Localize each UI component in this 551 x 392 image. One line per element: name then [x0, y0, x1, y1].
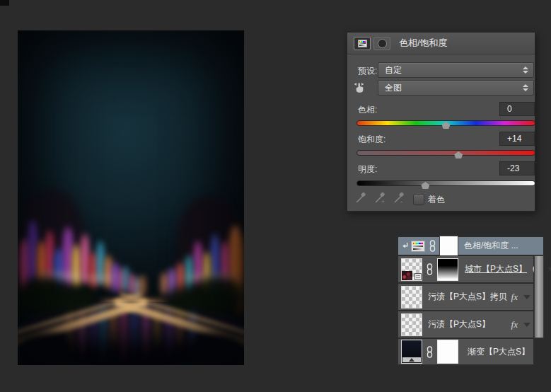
photo-blob [191, 333, 244, 365]
photo-blob [129, 273, 134, 296]
hand-pointer-icon [353, 79, 370, 96]
effects-expander-icon[interactable] [547, 267, 551, 272]
corner-artifact [0, 0, 9, 6]
colorize-checkbox[interactable] [413, 194, 424, 205]
layer-name: 渐变【P大点S】 [468, 346, 530, 358]
photo-blob [84, 275, 114, 282]
adjustment-bars-icon [358, 40, 367, 47]
effects-expander-icon[interactable] [523, 295, 530, 299]
layer-name: 污渍【P大点S】 [428, 318, 509, 330]
dropdown-arrows-icon [523, 84, 528, 91]
lightness-gradient-track [356, 180, 535, 186]
layer-thumbnail[interactable] [401, 258, 422, 281]
panel-title: 色相/饱和度 [399, 37, 448, 50]
layer-effects-fx-badge[interactable]: fx [511, 292, 518, 303]
photoshop-workspace: 色相/饱和度 预设: 自定 全图 色相: 0 饱和度: +14 [0, 0, 551, 392]
photo-blob [105, 255, 112, 289]
layer-thumbnail[interactable] [401, 340, 422, 364]
colorize-label: 着色 [428, 194, 445, 206]
clip-circle-glyph [378, 39, 387, 48]
layer-name: 城市【P大点S】 [465, 263, 527, 275]
layer-name: 色相/饱和度 ... [464, 240, 518, 252]
layer-thumbnail[interactable] [401, 286, 422, 309]
eyedropper-plus-icon[interactable]: + [373, 192, 386, 204]
layer-row-stain[interactable]: 污渍【P大点S】 fx [398, 311, 534, 338]
hue-saturation-properties-panel: 色相/饱和度 预设: 自定 全图 色相: 0 饱和度: +14 [347, 32, 535, 212]
link-mask-icon [429, 240, 436, 252]
photo-blob [123, 266, 129, 292]
photo-blob [28, 220, 37, 285]
svg-text:+: + [381, 198, 385, 204]
link-mask-icon [427, 263, 433, 275]
saturation-label: 饱和度: [358, 134, 385, 146]
preset-dropdown[interactable]: 自定 [378, 62, 534, 78]
eyedropper-group: + - [354, 192, 405, 204]
saturation-slider[interactable] [356, 148, 535, 159]
preset-value: 自定 [385, 64, 402, 76]
saturation-gradient-track [356, 150, 535, 156]
channel-dropdown[interactable]: 全图 [378, 80, 534, 96]
eyedropper-icon[interactable] [354, 192, 367, 204]
layer-thumbnail[interactable] [401, 313, 422, 336]
layer-name: 污渍【P大点S】拷贝 [428, 291, 509, 303]
eyedropper-minus-icon[interactable]: - [393, 192, 405, 204]
hue-label: 色相: [358, 104, 377, 116]
lightness-slider[interactable] [356, 178, 535, 190]
svg-text:-: - [400, 197, 402, 204]
lightness-label: 明度: [358, 163, 377, 175]
targeted-adjustment-tool[interactable] [353, 79, 370, 98]
smart-object-badge-icon [414, 273, 422, 280]
city-night-photo [18, 30, 244, 365]
photo-blob [161, 272, 167, 295]
channel-value: 全图 [385, 82, 402, 94]
photo-blob [18, 333, 71, 365]
layer-mask-thumbnail[interactable] [440, 236, 458, 255]
clip-to-layer-icon[interactable] [373, 37, 390, 50]
effects-expander-icon[interactable] [523, 323, 530, 327]
gradient-mask-thumbnail[interactable] [437, 258, 458, 281]
thumbnail-slider-bar [402, 357, 421, 362]
layer-row-stain-copy[interactable]: 污渍【P大点S】拷贝 fx [398, 283, 534, 311]
layers-panel: 色相/饱和度 ... 城市【P大点S】 污渍【P大点S】拷贝 fx 污渍【 [398, 236, 544, 365]
link-mask-icon [427, 346, 433, 358]
layer-row-hue-saturation[interactable]: 色相/饱和度 ... [398, 236, 544, 255]
preset-label: 预设: [358, 65, 377, 77]
layers-scrollbar[interactable] [534, 255, 544, 338]
adjustment-layer-thumbnail[interactable] [411, 241, 425, 252]
thumbnail-content [402, 271, 412, 280]
photo-blob [120, 306, 128, 364]
layer-row-city[interactable]: 城市【P大点S】 [398, 255, 534, 283]
hue-slider[interactable] [356, 118, 535, 129]
photo-blob [131, 308, 138, 359]
lightness-value-input[interactable]: -23 [499, 161, 535, 175]
clipping-mask-arrow-icon [401, 242, 409, 250]
hue-value-input[interactable]: 0 [499, 102, 535, 116]
hue-sat-adjustment-icon[interactable] [354, 37, 371, 50]
layer-effects-fx-badge[interactable]: fx [511, 319, 518, 330]
panel-header: 色相/饱和度 [347, 33, 535, 54]
dropdown-arrows-icon [523, 67, 528, 74]
layer-row-gradient[interactable]: 渐变【P大点S】 [398, 338, 534, 365]
document-canvas[interactable] [18, 30, 244, 365]
layer-mask-thumbnail[interactable] [437, 340, 458, 364]
photo-blob [72, 245, 81, 289]
saturation-value-input[interactable]: +14 [499, 132, 535, 146]
